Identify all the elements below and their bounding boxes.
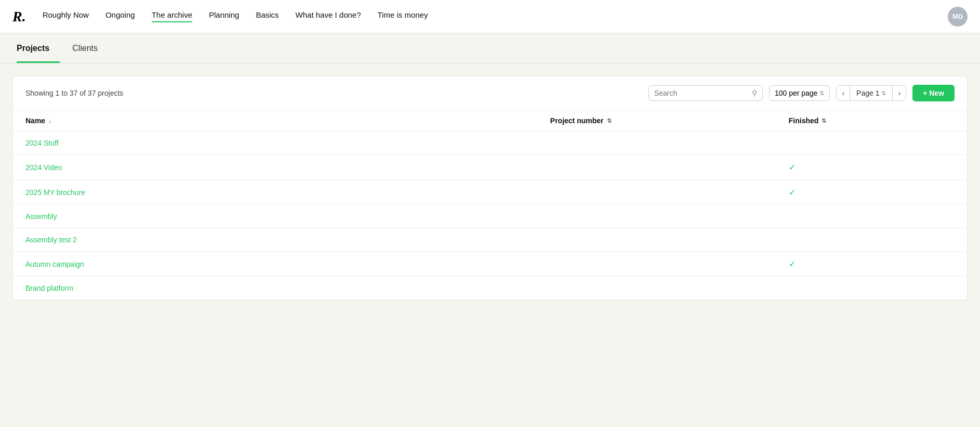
finished-cell bbox=[776, 228, 967, 252]
per-page-select[interactable]: 100 per page ⇅ bbox=[769, 85, 830, 101]
projects-table: Name ↓ Project number ⇅ Finished ⇅ bbox=[13, 110, 967, 300]
table-row: Assembly bbox=[13, 205, 967, 228]
finished-sort-icon: ⇅ bbox=[822, 118, 826, 124]
project-name-link[interactable]: Assembly test 2 bbox=[25, 236, 77, 244]
nav-what-have-i-done[interactable]: What have I done? bbox=[296, 10, 361, 22]
page-label: Page 1 bbox=[856, 89, 879, 97]
project-name-link[interactable]: Brand platform bbox=[25, 284, 73, 292]
search-icon: ⚲ bbox=[752, 89, 757, 97]
project-number-cell bbox=[538, 132, 776, 155]
table-header-row: Name ↓ Project number ⇅ Finished ⇅ bbox=[13, 110, 967, 132]
table-row: Autumn campaign✓ bbox=[13, 252, 967, 277]
table-body: 2024 Stuff2024 Video✓2025 MY brochure✓As… bbox=[13, 132, 967, 300]
finished-checkmark: ✓ bbox=[789, 260, 796, 268]
project-name-link[interactable]: 2024 Video bbox=[25, 163, 62, 172]
project-number-cell bbox=[538, 155, 776, 180]
project-name-link[interactable]: Autumn campaign bbox=[25, 260, 84, 268]
nav-time-is-money[interactable]: Time is money bbox=[378, 10, 428, 22]
table-row: Brand platform bbox=[13, 277, 967, 300]
project-name-link[interactable]: 2025 MY brochure bbox=[25, 188, 85, 197]
table-row: 2025 MY brochure✓ bbox=[13, 180, 967, 205]
avatar[interactable]: MD bbox=[948, 7, 968, 27]
finished-checkmark: ✓ bbox=[789, 163, 796, 172]
finished-cell bbox=[776, 132, 967, 155]
finished-cell: ✓ bbox=[776, 155, 967, 180]
page-display: Page 1 ⇅ bbox=[850, 86, 893, 100]
finished-cell bbox=[776, 277, 967, 300]
nav-planning[interactable]: Planning bbox=[209, 10, 239, 22]
per-page-label: 100 per page bbox=[775, 89, 818, 97]
nav-the-archive[interactable]: The archive bbox=[152, 10, 192, 22]
project-number-cell bbox=[538, 252, 776, 277]
sub-tabs: Projects Clients bbox=[0, 33, 980, 63]
next-page-button[interactable]: › bbox=[893, 86, 906, 100]
nav-ongoing[interactable]: Ongoing bbox=[105, 10, 135, 22]
col-header-project-number[interactable]: Project number ⇅ bbox=[538, 110, 776, 132]
name-sort-icon: ↓ bbox=[48, 118, 51, 124]
tab-projects[interactable]: Projects bbox=[17, 33, 60, 63]
table-container: Showing 1 to 37 of 37 projects ⚲ 100 per… bbox=[12, 76, 968, 301]
col-header-finished[interactable]: Finished ⇅ bbox=[776, 110, 967, 132]
table-row: Assembly test 2 bbox=[13, 228, 967, 252]
project-number-sort-icon: ⇅ bbox=[607, 118, 612, 124]
finished-checkmark: ✓ bbox=[789, 188, 796, 197]
project-number-cell bbox=[538, 277, 776, 300]
col-header-name[interactable]: Name ↓ bbox=[13, 110, 538, 132]
project-number-cell bbox=[538, 228, 776, 252]
main-content: Showing 1 to 37 of 37 projects ⚲ 100 per… bbox=[0, 63, 980, 313]
pagination: ‹ Page 1 ⇅ › bbox=[836, 85, 906, 101]
chevron-up-down-icon: ⇅ bbox=[819, 90, 824, 97]
search-input[interactable] bbox=[654, 89, 749, 97]
project-number-cell bbox=[538, 180, 776, 205]
project-number-cell bbox=[538, 205, 776, 228]
logo[interactable]: R. bbox=[12, 8, 26, 25]
tab-clients[interactable]: Clients bbox=[72, 33, 108, 63]
finished-cell: ✓ bbox=[776, 252, 967, 277]
nav-links: Roughly Now Ongoing The archive Planning… bbox=[43, 10, 948, 22]
showing-text: Showing 1 to 37 of 37 projects bbox=[25, 89, 642, 97]
top-nav: R. Roughly Now Ongoing The archive Plann… bbox=[0, 0, 980, 33]
nav-roughly-now[interactable]: Roughly Now bbox=[43, 10, 89, 22]
search-wrapper: ⚲ bbox=[648, 85, 763, 101]
table-row: 2024 Stuff bbox=[13, 132, 967, 155]
page-chevron-icon: ⇅ bbox=[881, 90, 886, 97]
nav-basics[interactable]: Basics bbox=[256, 10, 279, 22]
prev-page-button[interactable]: ‹ bbox=[837, 86, 850, 100]
toolbar: Showing 1 to 37 of 37 projects ⚲ 100 per… bbox=[13, 76, 967, 110]
project-name-link[interactable]: Assembly bbox=[25, 212, 57, 221]
finished-cell bbox=[776, 205, 967, 228]
finished-cell: ✓ bbox=[776, 180, 967, 205]
new-button[interactable]: + New bbox=[912, 85, 955, 101]
table-row: 2024 Video✓ bbox=[13, 155, 967, 180]
project-name-link[interactable]: 2024 Stuff bbox=[25, 139, 59, 147]
